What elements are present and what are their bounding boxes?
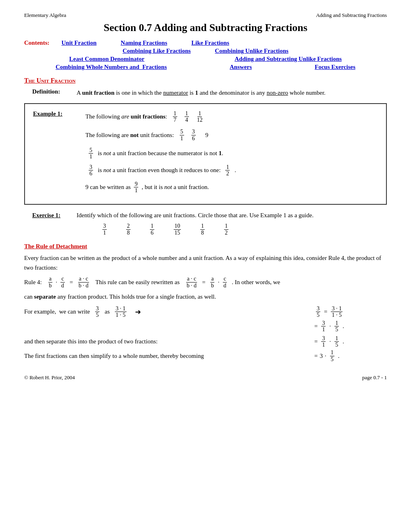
fe-frac1: 35 [95,305,100,318]
section1-title: The Unit Fraction [24,77,387,84]
exercise1-text: Identify which of the following are unit… [77,212,313,218]
exp2-period: . [233,167,236,174]
rule4-frac-c-d: cd [60,276,65,289]
whole-9: 9 [206,132,209,139]
definition-text: A unit fraction is one in which the nume… [77,88,326,98]
unit-fraction-bold: unit fraction [82,89,114,96]
rule-detachment-body2: can separate any fraction product. This … [24,292,387,301]
first-fracs-period: . [338,353,340,360]
page-title: Section 0.7 Adding and Subtracting Fract… [24,22,387,34]
exp2-reduces: 12 [225,164,230,177]
exercise1-fracs: 31 28 16 1015 18 12 [77,223,387,236]
ex-frac-1-8: 18 [200,223,205,236]
contents-section: Contents: Unit Fraction Naming Fractions… [24,39,387,71]
definition-row: Definition: A unit fraction is one in wh… [32,88,387,98]
first-fracs-eq: = [314,353,318,360]
first-fracs-whole: 3 [320,353,323,360]
toc-focus-exercises[interactable]: Focus Exercises [315,64,355,71]
exp2-frac: 36 [89,164,93,177]
fe-right-eq2: = [314,323,318,330]
exp3-text1: 9 can be written as [85,184,131,191]
contents-row4: Combining Whole Numbers and Fractions An… [24,64,387,71]
rule4-dot1: · [56,276,57,288]
page-header: Elementary Algebra Adding and Subtractin… [24,12,387,19]
and-then-frac1: 31 [321,335,326,348]
toc-naming-fractions[interactable]: Naming Fractions [121,39,167,46]
ex-frac-3-1: 31 [102,223,107,236]
frac-3-6: 36 [191,129,196,141]
rule4-eq1: = [68,276,75,288]
fe-right-frac-31-15: 3 · 11 · 5 [331,305,342,318]
one-bold: 1 [195,89,198,96]
toc-unit-fraction[interactable]: Unit Fraction [62,39,97,46]
toc-combining-like[interactable]: Combining Like Fractions [122,48,191,54]
exp2-text: is not a unit fraction even though it re… [96,167,222,174]
rule4-line: Rule 4: ab · cd = a · cb · d This rule c… [24,276,387,289]
fe-right-period1: . [342,323,344,330]
fe-right-frac-1-5: 15 [334,320,339,333]
toc-lcd[interactable]: Least Common Denominator [69,56,145,62]
rule4-frac-ac-bd: a · cb · d [78,276,89,289]
exercise1-row: Exercise 1: Identify which of the follow… [32,212,387,236]
and-then-eq: = [314,338,318,345]
and-then-frac2: 15 [334,335,339,348]
rule4-frac-ac-bd2: a · cb · d [186,276,197,289]
and-then-period: . [342,338,344,345]
first-fracs-right: = 3 · 15 . [314,349,387,362]
rule4-frac-c-d2: cd [223,276,227,289]
example-row: Example 1: The following are unit fracti… [33,110,378,198]
for-example-left: For example, we can write 35 as 3 · 11 ·… [24,305,144,318]
fe-as: as [103,308,111,315]
contents-label: Contents: [24,39,50,46]
toc-answers[interactable]: Answers [230,64,252,71]
frac-5-1: 51 [180,129,184,141]
contents-row1: Contents: Unit Fraction Naming Fractions… [24,39,387,46]
toc-combining-whole[interactable]: Combining Whole Numbers and Fractions [56,64,167,71]
numerator-underline: numerator [163,89,188,96]
rule4-eq2: = [201,276,207,288]
toc-add-sub-unlike[interactable]: Adding and Subtracting Unlike Fractions [235,56,342,62]
ex-frac-1-2: 12 [224,223,228,236]
header-right: Adding and Subtracting Fractions [316,12,387,19]
page-footer: © Robert H. Prior, 2004 page 0.7 - 1 [24,374,387,381]
ex-frac-2-8: 28 [126,223,131,236]
fe-text: For example, we can write [24,308,91,315]
footer-right: page 0.7 - 1 [362,374,387,381]
not-unit-intro: The following are not unit fractions: [85,132,174,139]
header-left: Elementary Algebra [24,12,66,19]
frac-1-12: 112 [196,110,203,123]
fe-right-frac-3-5: 35 [316,305,320,318]
exp1-frac: 51 [89,147,93,160]
exp3-frac: 91 [134,181,138,194]
example-label: Example 1: [33,110,81,117]
fe-frac2: 3 · 11 · 5 [115,305,127,318]
fe-right1: 35 = 3 · 11 · 5 [314,305,344,318]
rule4-text1: This rule can be easily rewritten as [92,276,183,288]
explanation2-line: 36 is not a unit fraction even though it… [85,164,378,177]
exp1-text: is not a unit fraction because the numer… [96,150,223,157]
unit-fracs-line: The following are unit fractions: 17 14 … [85,110,378,123]
rule-detachment-body1: Every fraction can be written as the pro… [24,253,387,272]
ex-frac-1-6: 16 [150,223,154,236]
rule4-frac-a-b: ab [48,276,52,289]
rule-detachment-section: The Rule of Detachment Every fraction ca… [24,243,387,362]
toc-combining-unlike[interactable]: Combining Unlike Fractions [215,48,289,54]
first-fracs-frac: 15 [330,349,334,362]
rule-detachment-title: The Rule of Detachment [24,243,387,250]
first-fracs-cdot: · [325,353,326,360]
fe-right-frac-3-1: 31 [321,320,326,333]
and-then-right: = 31 · 15 . [314,335,387,348]
contents-row2: Combining Like Fractions Combining Unlik… [24,48,387,54]
first-fracs-line: The first fractions can then simplify to… [24,349,387,362]
contents-row3: Least Common Denominator Adding and Subt… [24,56,387,62]
frac-1-7: 17 [173,110,177,123]
nonzero-underline: non-zero [267,89,288,96]
fe-arrow: ➜ [133,308,141,316]
rule4-frac-a-b2: ab [210,276,215,289]
rule4-text2: . In other words, we [230,276,280,288]
rule4-label: Rule 4: [24,276,45,288]
toc-like-fractions[interactable]: Like Fractions [191,39,229,46]
exercise1-label: Exercise 1: [32,212,77,219]
fe-right-block: 35 = 3 · 11 · 5 = 31 · 15 . [314,305,387,333]
example-box: Example 1: The following are unit fracti… [24,103,387,205]
